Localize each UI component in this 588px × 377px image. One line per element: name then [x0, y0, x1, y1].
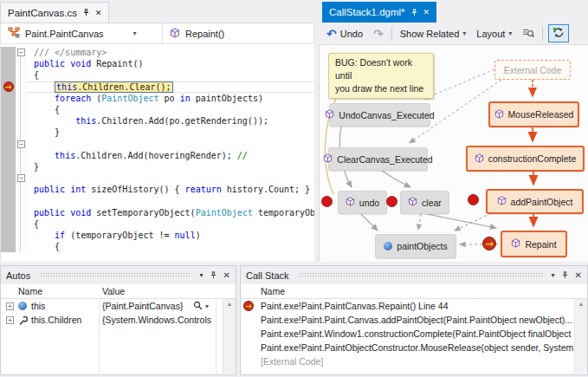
sync-icon	[552, 27, 565, 40]
breakpoint-margin[interactable]	[1, 69, 16, 81]
expand-toggle[interactable]: +	[6, 316, 14, 324]
close-icon[interactable]: ✕	[423, 8, 430, 16]
breakpoint-badge-clear[interactable]	[386, 196, 397, 207]
breakpoint-margin[interactable]	[1, 93, 16, 104]
breakpoint-margin[interactable]	[1, 172, 16, 184]
redo-button[interactable]: ↷	[371, 25, 386, 42]
tab-callstack-dgml[interactable]: CallStack1.dgml* ✕	[322, 2, 436, 23]
class-name: Paint.PaintCanvas	[25, 29, 104, 39]
callstack-frame[interactable]: [External Code]	[241, 354, 587, 368]
breakpoint-margin[interactable]	[1, 230, 16, 241]
autos-scrollbar[interactable]: ▲	[223, 299, 236, 374]
tab-paintcanvas[interactable]: PaintCanvas.cs ✕	[0, 2, 109, 23]
breakpoint-margin[interactable]	[1, 218, 16, 230]
sync-with-code-button[interactable]	[548, 24, 569, 42]
callstack-frame[interactable]: →Paint.exe!Paint.PaintCanvas.Repaint() L…	[241, 299, 587, 313]
variable-name: this	[31, 301, 45, 311]
breakpoint-margin[interactable]	[1, 115, 16, 127]
outlining-margin	[16, 115, 27, 127]
code-editor[interactable]: −/// </summary>public void Repaint(){→ t…	[0, 44, 314, 262]
node-constructioncomplete[interactable]: constructionComplete	[466, 146, 585, 172]
method-dropdown[interactable]: Repaint()	[163, 23, 231, 43]
code-line: this.Children.Add(po.getRendering());	[1, 115, 314, 127]
highlighted-statement: this.Children.Clear();	[55, 81, 172, 93]
breakpoint-margin[interactable]	[1, 139, 16, 150]
window-menu-icon[interactable]: ▾	[200, 271, 204, 279]
pin-icon[interactable]	[410, 9, 418, 16]
outlining-margin	[16, 104, 27, 115]
frame-text: Paint.exe!Paint.PaintObjectConstructor.M…	[256, 342, 573, 353]
callstack-scrollbar[interactable]: ▲	[574, 299, 587, 374]
node-undocanvas-executed[interactable]: UndoCanvas_Executed	[329, 103, 430, 127]
frame-text: Paint.exe!Paint.PaintCanvas.Repaint() Li…	[256, 301, 449, 311]
node-repaint[interactable]: Repaint	[501, 231, 567, 257]
fold-toggle-icon[interactable]: −	[17, 140, 25, 148]
pin-icon[interactable]	[210, 271, 217, 279]
breakpoint-margin[interactable]	[1, 127, 16, 138]
drag-grip[interactable]	[40, 272, 190, 278]
undo-button[interactable]: ↶ Undo	[324, 25, 365, 42]
note-line1: BUG: Doesn't work until	[335, 56, 427, 82]
breakpoint-margin[interactable]	[1, 207, 16, 218]
node-paintobjects[interactable]: paintObjects	[375, 234, 456, 258]
show-related-dropdown[interactable]: Show Related ▾	[397, 27, 469, 41]
method-icon	[511, 238, 520, 250]
callstack-frame[interactable]: Paint.exe!Paint.Window1.constructionComp…	[241, 327, 587, 341]
autos-row[interactable]: +this{Paint.PaintCanvas}▾	[1, 299, 236, 313]
code-text: this.Children.Clear();	[27, 81, 314, 93]
breakpoint-margin[interactable]	[1, 150, 16, 161]
breakpoint-margin[interactable]	[1, 58, 16, 69]
breakpoint-badge-addpaintobject[interactable]	[468, 194, 479, 205]
breakpoint-margin[interactable]	[1, 184, 16, 195]
close-icon[interactable]: ✕	[95, 9, 102, 17]
chevron-down-icon: ▾	[462, 29, 466, 37]
breakpoint-margin[interactable]	[1, 47, 16, 58]
breakpoint-margin[interactable]	[1, 161, 16, 172]
callstack-frame[interactable]: Paint.exe!Paint.PaintObjectConstructor.M…	[241, 341, 587, 354]
node-clearcanvas-executed[interactable]: ClearCanvas_Executed	[328, 147, 428, 171]
node-undo[interactable]: undo	[338, 191, 387, 214]
node-addpaintobject[interactable]: addPaintObject	[486, 189, 584, 214]
fold-toggle-icon[interactable]: −	[17, 49, 25, 56]
code-text: }	[27, 127, 314, 138]
method-icon	[494, 109, 504, 120]
outlining-margin	[16, 207, 27, 218]
code-line: −/// </summary>	[1, 47, 314, 58]
node-mousereleased[interactable]: MouseReleased	[488, 101, 579, 127]
autos-row[interactable]: +this.Children{System.Windows.Controls	[1, 313, 236, 327]
chevron-down-icon[interactable]: ▾	[205, 302, 209, 310]
zoom-to-fit-button[interactable]	[520, 26, 537, 42]
fold-toggle-icon[interactable]: −	[17, 174, 25, 182]
code-text: public int sizeOfHistory() { reaturn his…	[27, 184, 314, 195]
breakpoint-margin[interactable]: →	[1, 81, 16, 93]
class-dropdown[interactable]: Paint.PaintCanvas ▾	[1, 23, 162, 43]
magnifier-icon[interactable]	[193, 301, 203, 312]
variable-value: {System.Windows.Controls	[102, 315, 211, 325]
close-icon[interactable]: ✕	[223, 270, 230, 280]
dgml-canvas[interactable]: BUG: Doesn't work until you draw the nex…	[319, 45, 588, 262]
outlining-margin	[16, 230, 27, 241]
variable-name: this.Children	[31, 315, 81, 325]
show-related-label: Show Related	[400, 29, 460, 39]
pin-icon[interactable]	[561, 271, 569, 279]
drag-grip[interactable]	[299, 272, 542, 278]
window-menu-icon[interactable]: ▾	[552, 271, 555, 279]
autos-titlebar[interactable]: Autos ▾ ✕	[1, 266, 236, 284]
breakpoint-margin[interactable]	[1, 195, 16, 206]
code-line: public int sizeOfHistory() { reaturn his…	[1, 184, 314, 195]
bug-comment-note[interactable]: BUG: Doesn't work until you draw the nex…	[328, 53, 434, 99]
breakpoint-margin[interactable]	[1, 104, 16, 115]
node-external-code[interactable]: External Code	[494, 60, 571, 80]
callstack-frame[interactable]: Paint.exe!Paint.Paint.Canvas.addPaintObj…	[241, 313, 587, 327]
expand-toggle[interactable]: +	[6, 302, 14, 310]
class-icon	[8, 27, 20, 40]
current-statement-badge-repaint[interactable]: →	[482, 237, 496, 250]
layout-dropdown[interactable]: Layout ▾	[474, 27, 514, 41]
callstack-titlebar[interactable]: Call Stack ▾ ✕	[241, 266, 587, 284]
node-clear[interactable]: clear	[400, 191, 449, 214]
close-icon[interactable]: ✕	[575, 270, 582, 280]
pin-icon[interactable]	[82, 9, 90, 16]
breakpoint-badge-undo[interactable]	[321, 196, 333, 207]
breakpoint-margin[interactable]	[1, 241, 16, 252]
code-line: {	[1, 69, 314, 81]
